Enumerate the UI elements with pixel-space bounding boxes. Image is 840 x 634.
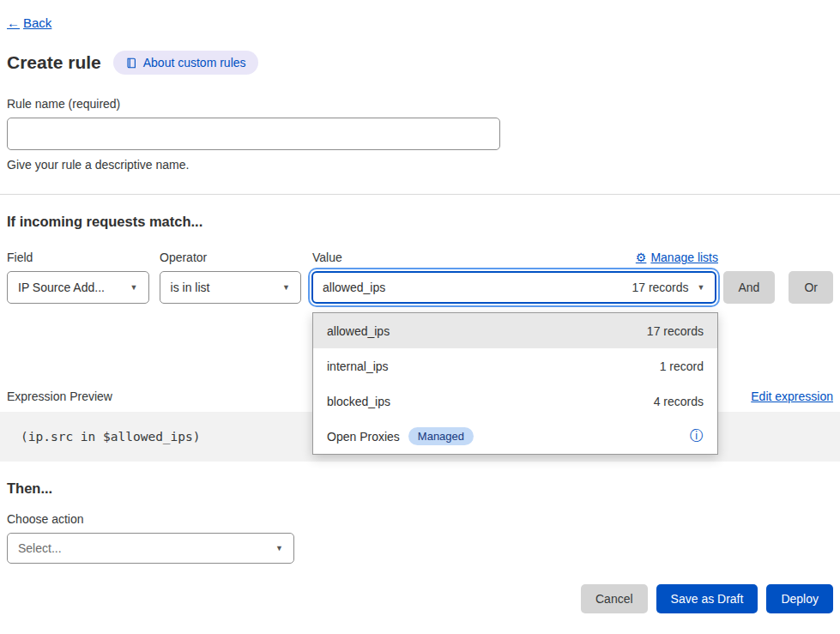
book-icon [125,57,137,69]
match-labels-row: Field Operator Value ⚙ Manage lists [7,251,833,264]
list-item-detail: 1 record [660,359,704,373]
list-item-name: blocked_ips [327,395,390,408]
value-label-row: Value ⚙ Manage lists [312,251,718,264]
rule-name-input[interactable] [7,118,500,150]
chevron-down-icon: ▼ [282,283,290,292]
create-rule-page: ← Back Create rule About custom rules Ru… [0,0,840,613]
gear-icon: ⚙ [636,251,647,264]
expression-preview-label: Expression Preview [7,389,112,403]
chevron-down-icon: ▼ [698,283,705,292]
value-label: Value [312,251,342,264]
match-controls-row: IP Source Add... ▼ is in list ▼ allowed_… [7,271,833,304]
section-divider [0,194,840,195]
choose-action-label: Choose action [7,512,833,526]
list-item-name: internal_ips [327,359,389,373]
value-select[interactable]: allowed_ips 17 records ▼ [311,271,716,304]
rule-name-helper: Give your rule a descriptive name. [7,158,833,172]
back-arrow-icon: ← [7,15,20,30]
managed-badge: Managed [408,427,474,445]
save-as-draft-button[interactable]: Save as Draft [656,584,758,613]
list-dropdown: allowed_ips 17 records internal_ips 1 re… [312,312,718,455]
operator-select[interactable]: is in list ▼ [160,271,302,304]
rule-name-label: Rule name (required) [7,97,833,111]
action-select-placeholder: Select... [18,541,62,555]
manage-lists-label: Manage lists [650,251,718,264]
info-icon[interactable]: ⓘ [690,427,704,445]
and-button[interactable]: And [723,271,776,304]
or-button[interactable]: Or [789,271,833,304]
footer-actions: Cancel Save as Draft Deploy [7,584,833,613]
list-item-left: Open Proxies Managed [327,427,474,445]
chevron-down-icon: ▼ [130,283,138,292]
list-item-internal-ips[interactable]: internal_ips 1 record [313,348,717,383]
manage-lists-link[interactable]: ⚙ Manage lists [636,251,718,264]
cancel-button[interactable]: Cancel [581,584,648,613]
back-link[interactable]: ← Back [7,15,51,30]
operator-selected-value: is in list [171,281,210,294]
list-item-name: allowed_ips [327,324,390,338]
expression-code: (ip.src in $allowed_ips) [21,430,201,444]
value-select-right: 17 records ▼ [632,281,704,294]
then-section-heading: Then... [7,480,833,497]
list-item-open-proxies[interactable]: Open Proxies Managed ⓘ [313,419,717,454]
action-select[interactable]: Select... ▼ [7,533,294,564]
list-item-detail: 4 records [654,395,704,408]
match-section-heading: If incoming requests match... [7,214,833,230]
list-item-name: Open Proxies [327,430,400,444]
field-select[interactable]: IP Source Add... ▼ [7,271,149,304]
about-custom-rules-link[interactable]: About custom rules [113,51,258,75]
operator-label: Operator [160,251,302,264]
value-selected-value: allowed_ips [323,281,385,294]
edit-expression-link[interactable]: Edit expression [751,389,833,403]
list-item-blocked-ips[interactable]: blocked_ips 4 records [313,383,717,419]
list-item-detail: 17 records [647,324,704,338]
about-label: About custom rules [143,56,246,69]
back-label: Back [23,15,51,30]
page-title: Create rule [7,52,101,73]
list-item-allowed-ips[interactable]: allowed_ips 17 records [313,313,717,348]
field-selected-value: IP Source Add... [18,281,105,294]
title-row: Create rule About custom rules [7,51,833,75]
deploy-button[interactable]: Deploy [766,584,833,613]
field-label: Field [7,251,149,264]
chevron-down-icon: ▼ [275,544,283,552]
value-selected-detail: 17 records [632,281,688,294]
